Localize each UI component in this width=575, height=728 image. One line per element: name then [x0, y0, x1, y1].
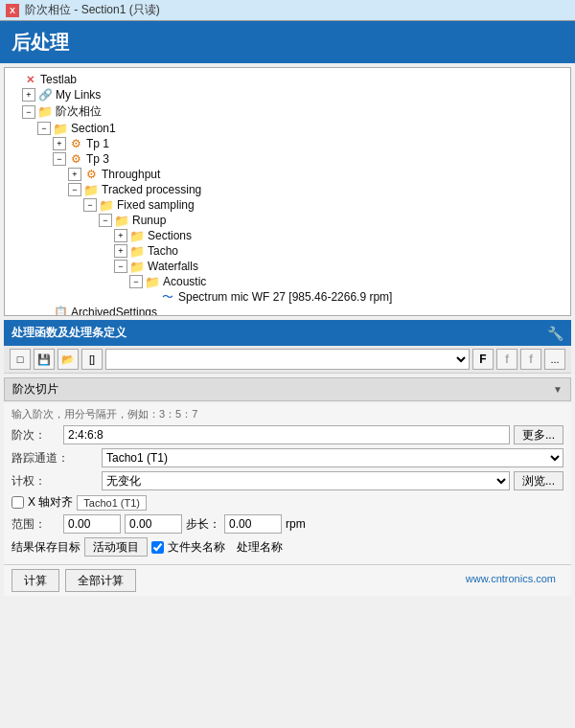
toolbar-f2-btn[interactable]: f: [496, 349, 518, 370]
tree-item-jiecixiangwei[interactable]: − 📁 阶次相位: [7, 102, 568, 121]
section1-label: Section1: [71, 122, 116, 135]
jiecixiangwei-toggle[interactable]: −: [22, 105, 35, 119]
section-header-icon[interactable]: 🔧: [547, 326, 564, 341]
bottom-bar: 计算 全部计算 www.cntronics.com: [4, 564, 571, 596]
calc-all-btn[interactable]: 全部计算: [65, 569, 136, 592]
track-label: 路踪通道：: [12, 450, 98, 466]
mylinks-toggle[interactable]: +: [22, 88, 35, 102]
toolbar-f-btn[interactable]: F: [472, 349, 494, 370]
order-label: 阶次：: [12, 427, 59, 444]
tree-item-tp3[interactable]: − ⚙ Tp 3: [7, 151, 568, 167]
section-header-title: 处理函数及处理条定义: [12, 325, 126, 341]
section-header: 处理函数及处理条定义 🔧: [4, 320, 571, 346]
calc-select[interactable]: 无变化: [102, 471, 510, 490]
toolbar-open-btn[interactable]: 📂: [58, 349, 79, 370]
toolbar-save-btn[interactable]: 💾: [34, 349, 55, 370]
browse-btn[interactable]: 浏览...: [514, 471, 564, 490]
tree-item-section1[interactable]: − 📁 Section1: [7, 121, 568, 136]
tree-item-archived[interactable]: 📋 ArchivedSettings: [7, 305, 568, 316]
acoustic-toggle[interactable]: −: [129, 275, 143, 288]
range-to-input[interactable]: [125, 514, 182, 534]
tree-item-mylinks[interactable]: + 🔗 My Links: [7, 87, 568, 102]
spectrum-icon: 〜: [160, 290, 175, 304]
title-text: 阶次相位 - Section1 (只读): [25, 2, 160, 18]
toolbar-bracket-btn[interactable]: []: [81, 349, 103, 370]
tp3-toggle[interactable]: −: [53, 152, 66, 166]
fixedsampling-icon: 📁: [99, 198, 114, 212]
order-input[interactable]: [63, 425, 510, 444]
fixedsampling-toggle[interactable]: −: [83, 198, 97, 212]
tracked-icon: 📁: [83, 183, 99, 196]
tacho-icon: 📁: [129, 244, 145, 258]
section1-toggle[interactable]: −: [37, 122, 51, 135]
filename-checkbox[interactable]: [151, 541, 164, 554]
dropdown-arrow[interactable]: ▼: [553, 384, 563, 395]
tree-item-throughput[interactable]: + ⚙ Throughput: [7, 167, 568, 182]
toolbar-select[interactable]: [105, 349, 470, 370]
tree-item-tracked[interactable]: − 📁 Tracked processing: [7, 182, 568, 197]
header: 后处理: [0, 21, 575, 63]
filename-label: 文件夹名称: [168, 539, 225, 556]
track-select[interactable]: Tacho1 (T1): [102, 448, 564, 467]
tp1-label: Tp 1: [86, 137, 109, 150]
save-target-btn[interactable]: 活动项目: [84, 537, 148, 557]
toolbar: □ 💾 📂 [] F f f ...: [4, 346, 571, 374]
runup-icon: 📁: [114, 214, 129, 227]
header-title: 后处理: [12, 30, 69, 56]
tree-item-sections[interactable]: + 📁 Sections: [7, 228, 568, 243]
jiecixiangwei-icon: 📁: [37, 105, 53, 119]
dropdown-section[interactable]: 阶次切片 ▼: [4, 377, 571, 401]
xaxis-label: X 轴对齐: [28, 494, 73, 511]
order-more-btn[interactable]: 更多...: [514, 425, 564, 444]
step-input[interactable]: [224, 514, 282, 534]
track-row: 路踪通道： Tacho1 (T1): [12, 448, 564, 467]
hint-text: 输入阶次，用分号隔开，例如：3：5：7: [12, 407, 197, 421]
tacho-toggle[interactable]: +: [114, 244, 127, 258]
tree-item-fixedsampling[interactable]: − 📁 Fixed sampling: [7, 197, 568, 213]
tree-item-tp1[interactable]: + ⚙ Tp 1: [7, 136, 568, 151]
tp3-label: Tp 3: [86, 152, 109, 166]
save-row: 结果保存目标 活动项目 文件夹名称 处理名称: [12, 537, 564, 557]
rpm-label: rpm: [286, 517, 306, 531]
throughput-toggle[interactable]: +: [68, 168, 81, 181]
archived-label: ArchivedSettings: [71, 306, 157, 316]
process-label: 处理名称: [237, 539, 283, 556]
range-label: 范围：: [12, 516, 59, 533]
calc-label: 计权：: [12, 473, 98, 489]
tree-item-spectrum[interactable]: 〜 Spectrum mic WF 27 [985.46-2266.9 rpm]: [7, 289, 568, 305]
tree-item-tacho[interactable]: + 📁 Tacho: [7, 243, 568, 259]
testlab-icon: ✕: [22, 73, 37, 86]
testlab-label: Testlab: [40, 73, 77, 86]
sections-icon: 📁: [129, 229, 145, 242]
watermark: www.cntronics.com: [466, 573, 564, 588]
jiecixiangwei-label: 阶次相位: [56, 103, 102, 120]
tracked-label: Tracked processing: [102, 183, 201, 196]
tracked-toggle[interactable]: −: [68, 183, 81, 196]
tree-item-testlab[interactable]: ✕ Testlab: [7, 72, 568, 87]
toolbar-f3-btn[interactable]: f: [520, 349, 541, 370]
sections-label: Sections: [148, 229, 192, 242]
acoustic-label: Acoustic: [163, 275, 206, 288]
toolbar-more-btn[interactable]: ...: [544, 349, 565, 370]
range-from-input[interactable]: [63, 514, 121, 534]
tree-item-runup[interactable]: − 📁 Runup: [7, 213, 568, 228]
title-bar: X 阶次相位 - Section1 (只读): [0, 0, 575, 21]
toolbar-new-btn[interactable]: □: [10, 349, 31, 370]
mylinks-label: My Links: [56, 88, 101, 102]
tree-item-acoustic[interactable]: − 📁 Acoustic: [7, 274, 568, 289]
tp1-toggle[interactable]: +: [53, 137, 66, 150]
xaxis-checkbox[interactable]: [12, 496, 24, 509]
waterfalls-toggle[interactable]: −: [114, 260, 127, 273]
tree-inner: ✕ Testlab + 🔗 My Links − 📁 阶次相位 − 📁 Sect…: [5, 68, 570, 316]
runup-toggle[interactable]: −: [99, 214, 112, 227]
sections-toggle[interactable]: +: [114, 229, 127, 242]
tree-item-waterfalls[interactable]: − 📁 Waterfalls: [7, 259, 568, 274]
save-target-label: 结果保存目标: [12, 539, 80, 556]
tree-panel[interactable]: ✕ Testlab + 🔗 My Links − 📁 阶次相位 − 📁 Sect…: [4, 67, 571, 316]
title-icon: X: [6, 4, 19, 17]
xaxis-row: X 轴对齐 Tacho1 (T1): [12, 494, 564, 511]
acoustic-icon: 📁: [145, 275, 160, 288]
calc-btn[interactable]: 计算: [12, 569, 59, 592]
waterfalls-label: Waterfalls: [148, 260, 198, 273]
tp3-icon: ⚙: [68, 152, 83, 166]
